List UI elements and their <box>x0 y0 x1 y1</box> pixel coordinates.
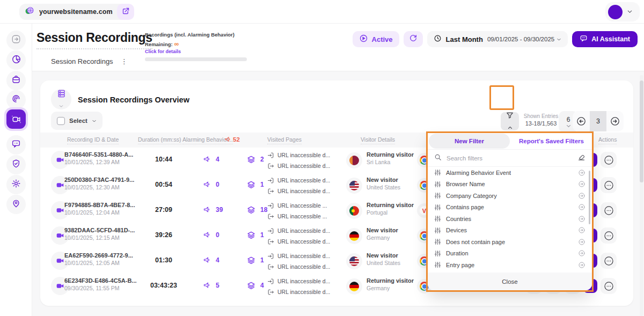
visitor-type: New visitor <box>367 252 400 259</box>
select-all-checkbox[interactable] <box>57 117 65 125</box>
sidebar-item-business[interactable] <box>6 71 26 90</box>
arrow-right-circle-icon[interactable] <box>578 203 586 211</box>
layers-icon <box>247 205 255 214</box>
next-page-button[interactable] <box>606 111 624 131</box>
search-filters-input[interactable] <box>447 155 573 161</box>
details-link[interactable]: Click for details <box>145 49 250 54</box>
column-duration[interactable]: Duration (mm:ss) <box>138 136 181 144</box>
exit-url[interactable]: URL inaccessible d... <box>277 289 330 295</box>
visitor-type: Returning visitor <box>367 202 414 208</box>
shown-entries-value: 13-18/1,563 <box>522 120 560 127</box>
visited-pages-cell: URL inaccessible d... URL inaccessible d… <box>267 175 330 196</box>
row-more-options-button[interactable] <box>601 253 617 269</box>
open-website-button[interactable] <box>117 4 134 20</box>
row-more-options-button[interactable] <box>601 227 617 244</box>
exit-page-icon <box>267 163 274 170</box>
tab-saved-filters[interactable]: Report's Saved Filters <box>511 133 592 149</box>
sidebar-item-settings[interactable] <box>6 175 26 194</box>
entry-url[interactable]: URL inaccessible d... <box>277 227 330 234</box>
alarming-behavior-cell: 5 <box>203 281 219 289</box>
exit-url[interactable]: URL inaccessible d... <box>277 263 330 270</box>
recording-id[interactable]: B746640F-5351-4880-A... <box>64 151 133 158</box>
pages-count: 18 <box>260 206 267 214</box>
chevron-down-icon <box>59 100 63 110</box>
recording-id[interactable]: 250D0380-F3AC-4791-9... <box>64 177 134 183</box>
filter-scrollbar[interactable] <box>589 171 590 224</box>
row-more-options-button[interactable] <box>601 278 617 294</box>
user-menu[interactable] <box>605 2 640 21</box>
row-more-options-button[interactable] <box>601 202 617 218</box>
arrow-right-circle-icon[interactable] <box>578 249 586 257</box>
filter-item[interactable]: Does not contain page <box>428 236 592 248</box>
select-dropdown[interactable]: Select <box>51 112 103 130</box>
filter-item[interactable]: Devices <box>428 225 592 237</box>
recording-id[interactable]: 9382DAAC-5CFD-481D-... <box>64 227 135 233</box>
filter-item[interactable]: Countries <box>428 213 592 225</box>
refresh-button[interactable] <box>404 31 423 47</box>
website-selector[interactable]: yourwebsitename.com <box>19 4 131 20</box>
entry-url[interactable]: URL inaccessible d... <box>277 152 330 158</box>
filter-item[interactable]: Alarming Behavior Event <box>428 167 592 179</box>
eraser-icon[interactable] <box>577 153 586 163</box>
tab-session-recordings[interactable]: Session Recordings ⋮ <box>51 57 128 65</box>
row-more-options-button[interactable] <box>601 177 617 193</box>
sidebar-item-dashboard[interactable] <box>6 50 26 70</box>
column-actions[interactable]: Actions <box>598 136 617 144</box>
ellipsis-circle-icon <box>603 205 614 216</box>
filter-item[interactable]: Contains page <box>428 202 592 214</box>
tab-menu-icon[interactable]: ⋮ <box>121 57 128 65</box>
entry-url[interactable]: URL inaccessible ... <box>277 202 327 209</box>
filter-button[interactable] <box>501 112 519 130</box>
entry-url[interactable]: URL inaccessible d... <box>277 278 330 284</box>
flag-badge <box>346 152 362 168</box>
avatar <box>608 5 623 19</box>
widget-icon-button[interactable] <box>51 89 71 109</box>
tab-new-filter[interactable]: New Filter <box>429 134 510 149</box>
app-window: yourwebsitename.com Session Recordings <box>0 0 644 316</box>
arrow-right-circle-icon[interactable] <box>578 238 586 246</box>
exit-url[interactable]: URL inaccessible d... <box>277 188 330 194</box>
date-range-selector[interactable]: Last Month 09/01/2025 - 09/30/2025 <box>427 31 568 47</box>
filter-item[interactable]: Browser Name <box>428 179 592 190</box>
filter-close-button[interactable]: Close <box>428 273 592 290</box>
sidebar-item-collapse[interactable] <box>6 31 26 50</box>
column-visitor-details[interactable]: Visitor Details <box>361 136 395 144</box>
column-visited-pages[interactable]: Visited Pages <box>267 136 302 144</box>
arrow-right-circle-icon[interactable] <box>578 215 586 223</box>
recording-id[interactable]: F9794885-8B7A-4BE7-8... <box>64 202 135 208</box>
alarming-behavior-cell: 39 <box>203 205 223 214</box>
arrow-right-circle-icon[interactable] <box>578 261 586 269</box>
filter-item[interactable]: Entry page <box>428 259 592 271</box>
arrow-right-circle-icon[interactable] <box>578 226 586 234</box>
recording-id-cell: 6E234F3D-E486-4C5A-B... 09/30/2025, 11:5… <box>64 277 137 291</box>
exit-url[interactable]: URL inaccessible d... <box>277 238 330 245</box>
ai-assistant-button[interactable]: AI Assistant <box>572 31 638 47</box>
previous-page-button[interactable] <box>573 111 590 131</box>
arrow-right-circle-icon[interactable] <box>578 180 586 188</box>
sidebar-item-privacy[interactable] <box>6 155 26 174</box>
row-more-options-button[interactable] <box>601 152 617 168</box>
alarm-horn-icon <box>203 180 211 188</box>
sidebar-item-visitors[interactable] <box>6 195 26 214</box>
recording-id[interactable]: EA62F590-2669-4772-9... <box>64 252 133 259</box>
filter-search-row <box>428 149 592 167</box>
exit-url[interactable]: URL inaccessible ... <box>277 213 327 219</box>
sidebar-item-feedback[interactable] <box>6 135 26 155</box>
entry-url[interactable]: URL inaccessible d... <box>277 253 330 259</box>
entry-page-icon <box>267 253 274 260</box>
page-scrollbar-thumb[interactable] <box>640 80 643 182</box>
filter-item[interactable]: Duration <box>428 248 592 260</box>
layers-icon <box>247 155 255 164</box>
entry-url[interactable]: URL inaccessible d... <box>277 177 330 183</box>
sidebar-item-session-recordings[interactable] <box>4 107 28 131</box>
recording-id[interactable]: 6E234F3D-E486-4C5A-B... <box>64 277 137 284</box>
active-status-button[interactable]: Active <box>353 31 399 47</box>
column-recording-id[interactable]: Recording ID & Date <box>67 136 119 144</box>
alarm-horn-icon <box>203 155 211 163</box>
arrow-right-circle-icon[interactable] <box>578 169 586 177</box>
sidebar-item-heatmaps[interactable] <box>6 90 26 109</box>
duration-value: 01:30 <box>140 256 188 264</box>
arrow-right-circle-icon[interactable] <box>578 192 586 200</box>
filter-item[interactable]: Company Category <box>428 190 592 202</box>
exit-url[interactable]: URL inaccessible d... <box>277 163 330 169</box>
